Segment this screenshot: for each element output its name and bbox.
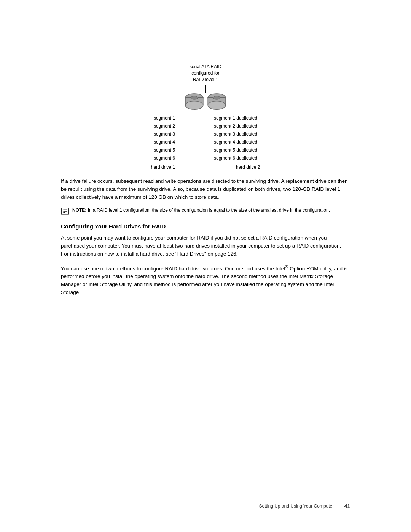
drive-labels: hard drive 1 hard drive 2: [151, 165, 260, 170]
body-paragraph-2: At some point you may want to configure …: [61, 234, 350, 258]
body-paragraph-1: If a drive failure occurs, subsequent re…: [61, 177, 350, 201]
section-heading: Configuring Your Hard Drives for RAID: [61, 223, 350, 230]
body-paragraph-3: You can use one of two methods to config…: [61, 264, 350, 297]
table-row: segment 5 duplicated: [210, 146, 261, 154]
hard-drive-icon-1: [184, 93, 205, 110]
note-content: In a RAID level 1 configuration, the siz…: [88, 208, 330, 213]
table-row: segment 4: [150, 138, 179, 146]
drives-illustration: [184, 93, 227, 110]
left-segment-5: segment 5: [150, 146, 179, 154]
svg-point-3: [191, 96, 198, 99]
left-segment-4: segment 4: [150, 138, 179, 146]
page: serial ATA RAID configured for RAID leve…: [0, 0, 411, 532]
right-segment-6: segment 6 duplicated: [210, 154, 261, 162]
note-text: NOTE: In a RAID level 1 configuration, t…: [72, 207, 330, 214]
right-segment-5: segment 5 duplicated: [210, 146, 261, 154]
table-row: segment 4 duplicated: [210, 138, 261, 146]
raid-label-line3: RAID level 1: [193, 77, 218, 82]
svg-point-2: [185, 101, 203, 110]
page-footer: Setting Up and Using Your Computer | 41: [259, 503, 350, 509]
raid-label-box: serial ATA RAID configured for RAID leve…: [179, 61, 232, 85]
right-segment-4: segment 4 duplicated: [210, 138, 261, 146]
diagram-container: serial ATA RAID configured for RAID leve…: [61, 61, 350, 170]
raid-label-area: serial ATA RAID configured for RAID leve…: [179, 61, 232, 93]
raid-label-line2: configured for: [191, 70, 219, 76]
note-label: NOTE:: [72, 208, 86, 213]
raid-label-line1: serial ATA RAID: [190, 64, 221, 69]
intel-registered-trademark: ®: [285, 264, 288, 269]
svg-point-6: [208, 101, 226, 110]
right-segment-1: segment 1 duplicated: [210, 114, 261, 122]
footer-label: Setting Up and Using Your Computer: [259, 503, 334, 509]
table-row: segment 5: [150, 146, 179, 154]
segments-row: segment 1 segment 2 segment 3 segment 4 …: [61, 114, 350, 162]
drive-label-1: hard drive 1: [151, 165, 175, 170]
hard-drive-icon-2: [206, 93, 227, 110]
right-segment-table: segment 1 duplicated segment 2 duplicate…: [210, 114, 261, 162]
body-paragraph-3-part1: You can use one of two methods to config…: [61, 265, 285, 271]
left-segment-1: segment 1: [150, 114, 179, 122]
right-segment-2: segment 2 duplicated: [210, 122, 261, 130]
left-segment-table: segment 1 segment 2 segment 3 segment 4 …: [150, 114, 179, 162]
table-row: segment 1 duplicated: [210, 114, 261, 122]
svg-point-7: [213, 96, 220, 99]
table-row: segment 3: [150, 130, 179, 138]
connector-line: [205, 85, 206, 93]
table-row: segment 6 duplicated: [210, 154, 261, 162]
left-segment-2: segment 2: [150, 122, 179, 130]
left-segment-6: segment 6: [150, 154, 179, 162]
note-icon: [61, 207, 69, 216]
left-segment-3: segment 3: [150, 130, 179, 138]
table-row: segment 2 duplicated: [210, 122, 261, 130]
note-box: NOTE: In a RAID level 1 configuration, t…: [61, 207, 350, 216]
footer-page-number: 41: [344, 503, 350, 509]
drive-label-2: hard drive 2: [236, 165, 260, 170]
table-row: segment 3 duplicated: [210, 130, 261, 138]
table-row: segment 2: [150, 122, 179, 130]
footer-separator: |: [338, 503, 339, 509]
table-row: segment 1: [150, 114, 179, 122]
table-row: segment 6: [150, 154, 179, 162]
right-segment-3: segment 3 duplicated: [210, 130, 261, 138]
